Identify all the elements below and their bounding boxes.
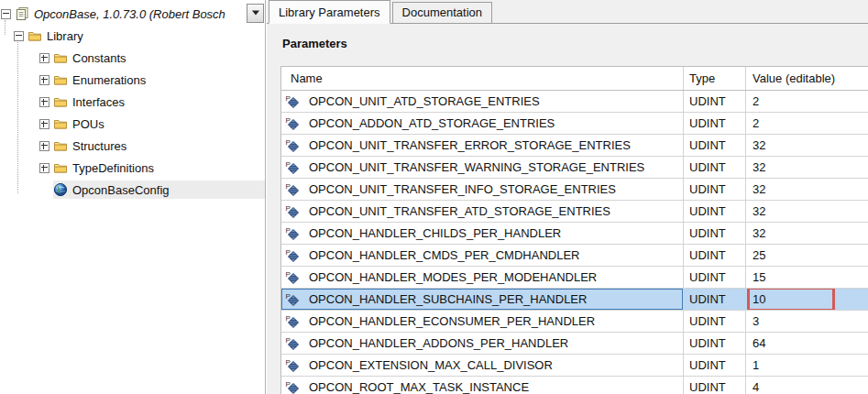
parameters-heading: Parameters bbox=[282, 37, 347, 50]
tab-documentation[interactable]: Documentation bbox=[392, 2, 492, 23]
tab-library-parameters[interactable]: Library Parameters bbox=[269, 0, 390, 24]
folder-icon bbox=[53, 160, 68, 175]
table-row[interactable]: POPCON_EXTENSION_MAX_CALL_DIVISORUDINT1 bbox=[281, 355, 868, 377]
param-name-cell[interactable]: POPCON_EXTENSION_MAX_CALL_DIVISOR bbox=[281, 355, 684, 376]
table-row[interactable]: POPCON_ROOT_MAX_TASK_INSTANCEUDINT4 bbox=[281, 377, 868, 394]
param-name-cell[interactable]: POPCON_UNIT_TRANSFER_ERROR_STORAGE_ENTRI… bbox=[281, 135, 684, 156]
table-row[interactable]: POPCON_HANDLER_ADDONS_PER_HANDLERUDINT64 bbox=[281, 333, 868, 355]
tree-item-label: Constants bbox=[72, 51, 126, 65]
table-row[interactable]: POPCON_HANDLER_CMDS_PER_CMDHANDLERUDINT2… bbox=[281, 245, 868, 267]
param-name-cell[interactable]: POPCON_UNIT_ATD_STORAGE_ENTRIES bbox=[281, 91, 684, 112]
expand-icon[interactable] bbox=[39, 141, 49, 151]
parameter-icon: P bbox=[285, 160, 300, 175]
table-row[interactable]: POPCON_HANDLER_MODES_PER_MODEHANDLERUDIN… bbox=[281, 267, 868, 289]
expand-icon[interactable] bbox=[39, 53, 49, 63]
param-value: 3 bbox=[753, 314, 759, 328]
param-name-cell[interactable]: POPCON_HANDLER_CHILDS_PER_HANDLER bbox=[281, 223, 684, 244]
table-row[interactable]: POPCON_ADDON_ATD_STORAGE_ENTRIESUDINT2 bbox=[281, 113, 868, 135]
tree-item-label: POUs bbox=[72, 117, 104, 131]
tree-item-constants[interactable]: Constants bbox=[0, 47, 265, 69]
param-name: OPCON_UNIT_TRANSFER_INFO_STORAGE_ENTRIES bbox=[309, 182, 616, 196]
param-value: 2 bbox=[753, 116, 759, 130]
param-value: 4 bbox=[753, 380, 759, 394]
param-value-cell[interactable]: 32 bbox=[746, 157, 868, 178]
param-name-cell[interactable]: POPCON_UNIT_TRANSFER_INFO_STORAGE_ENTRIE… bbox=[281, 179, 684, 200]
param-name: OPCON_HANDLER_MODES_PER_MODEHANDLER bbox=[309, 270, 597, 284]
param-value-cell[interactable]: 32 bbox=[746, 223, 868, 244]
tree-item-library[interactable]: Library bbox=[0, 25, 265, 47]
param-type-cell: UDINT bbox=[684, 245, 746, 266]
tree-item-label: Enumerations bbox=[72, 73, 146, 87]
param-name-cell[interactable]: POPCON_HANDLER_SUBCHAINS_PER_HANDLER bbox=[281, 289, 684, 310]
parameter-icon: P bbox=[285, 226, 300, 241]
param-value-cell[interactable]: 32 bbox=[746, 179, 868, 200]
globe-icon bbox=[53, 182, 68, 197]
tree-item-typedefinitions[interactable]: TypeDefinitions bbox=[0, 157, 265, 179]
param-type-cell: UDINT bbox=[684, 333, 746, 354]
param-value-cell[interactable]: 2 bbox=[746, 91, 868, 112]
param-name-cell[interactable]: POPCON_UNIT_TRANSFER_WARNING_STORAGE_ENT… bbox=[281, 157, 684, 178]
param-value-cell[interactable]: 10 bbox=[746, 289, 868, 310]
param-name-cell[interactable]: POPCON_HANDLER_ADDONS_PER_HANDLER bbox=[281, 333, 684, 354]
tree-item-interfaces[interactable]: Interfaces bbox=[0, 91, 265, 113]
param-type-cell: UDINT bbox=[684, 289, 746, 310]
param-name-cell[interactable]: POPCON_HANDLER_MODES_PER_MODEHANDLER bbox=[281, 267, 684, 288]
expand-icon[interactable] bbox=[39, 163, 49, 173]
param-type-cell: UDINT bbox=[684, 135, 746, 156]
tree-item-structures[interactable]: Structures bbox=[0, 135, 265, 157]
table-row[interactable]: POPCON_UNIT_TRANSFER_ERROR_STORAGE_ENTRI… bbox=[281, 135, 868, 157]
param-value-cell[interactable]: 2 bbox=[746, 113, 868, 134]
expand-icon[interactable] bbox=[39, 75, 49, 85]
param-value-cell[interactable]: 4 bbox=[746, 377, 868, 394]
table-row[interactable]: POPCON_UNIT_TRANSFER_WARNING_STORAGE_ENT… bbox=[281, 157, 868, 179]
param-type-cell: UDINT bbox=[684, 113, 746, 134]
table-body: POPCON_UNIT_ATD_STORAGE_ENTRIESUDINT2POP… bbox=[281, 91, 868, 394]
param-value-cell[interactable]: 3 bbox=[746, 311, 868, 332]
param-name: OPCON_HANDLER_CHILDS_PER_HANDLER bbox=[309, 226, 561, 240]
param-value: 32 bbox=[753, 160, 765, 174]
expand-icon[interactable] bbox=[39, 97, 49, 107]
collapse-icon[interactable] bbox=[14, 31, 24, 41]
param-name-cell[interactable]: POPCON_ROOT_MAX_TASK_INSTANCE bbox=[281, 377, 684, 394]
column-header-type[interactable]: Type bbox=[684, 67, 746, 90]
table-row[interactable]: POPCON_HANDLER_CHILDS_PER_HANDLERUDINT32 bbox=[281, 223, 868, 245]
tree-item-label: OpconBaseConfig bbox=[72, 183, 170, 197]
param-value: 25 bbox=[753, 248, 765, 262]
parameter-icon: P bbox=[285, 314, 300, 329]
param-value-cell[interactable]: 15 bbox=[746, 267, 868, 288]
parameters-table: NameTypeValue (editable) POPCON_UNIT_ATD… bbox=[280, 66, 868, 394]
table-row[interactable]: POPCON_HANDLER_ECONSUMER_PER_HANDLERUDIN… bbox=[281, 311, 868, 333]
parameter-icon: P bbox=[285, 138, 300, 153]
tree-item-label: OpconBase, 1.0.73.0 (Robert Bosch bbox=[34, 7, 225, 21]
table-row[interactable]: POPCON_UNIT_TRANSFER_INFO_STORAGE_ENTRIE… bbox=[281, 179, 868, 201]
param-value-cell[interactable]: 32 bbox=[746, 201, 868, 222]
column-header-name[interactable]: Name bbox=[281, 67, 684, 90]
tree-item-pous[interactable]: POUs bbox=[0, 113, 265, 135]
tree-item-enumerations[interactable]: Enumerations bbox=[0, 69, 265, 91]
param-name-cell[interactable]: POPCON_HANDLER_ECONSUMER_PER_HANDLER bbox=[281, 311, 684, 332]
annotation-highlight-box bbox=[747, 289, 835, 310]
tree-item-opconbaseconfig[interactable]: OpconBaseConfig bbox=[0, 179, 265, 201]
param-name: OPCON_ADDON_ATD_STORAGE_ENTRIES bbox=[309, 116, 555, 130]
param-type-cell: UDINT bbox=[684, 91, 746, 112]
param-value-cell[interactable]: 1 bbox=[746, 355, 868, 376]
param-value-cell[interactable]: 32 bbox=[746, 135, 868, 156]
param-value: 32 bbox=[753, 204, 765, 218]
tree-item-opconbase-root[interactable]: OpconBase, 1.0.73.0 (Robert Bosch bbox=[0, 3, 265, 25]
collapse-icon[interactable] bbox=[1, 9, 11, 19]
dropdown-arrow-icon bbox=[252, 9, 259, 17]
param-name-cell[interactable]: POPCON_UNIT_TRANSFER_ATD_STORAGE_ENTRIES bbox=[281, 201, 684, 222]
table-row[interactable]: POPCON_UNIT_TRANSFER_ATD_STORAGE_ENTRIES… bbox=[281, 201, 868, 223]
table-row[interactable]: POPCON_UNIT_ATD_STORAGE_ENTRIESUDINT2 bbox=[281, 91, 868, 113]
param-value: 1 bbox=[753, 358, 759, 372]
param-value-cell[interactable]: 64 bbox=[746, 333, 868, 354]
column-header-value[interactable]: Value (editable) bbox=[746, 67, 868, 90]
expand-icon[interactable] bbox=[39, 119, 49, 129]
param-name-cell[interactable]: POPCON_ADDON_ATD_STORAGE_ENTRIES bbox=[281, 113, 684, 134]
library-version-dropdown-button[interactable] bbox=[247, 4, 264, 23]
param-value-cell[interactable]: 25 bbox=[746, 245, 868, 266]
param-name: OPCON_UNIT_ATD_STORAGE_ENTRIES bbox=[309, 94, 540, 108]
param-name-cell[interactable]: POPCON_HANDLER_CMDS_PER_CMDHANDLER bbox=[281, 245, 684, 266]
table-row[interactable]: POPCON_HANDLER_SUBCHAINS_PER_HANDLERUDIN… bbox=[281, 289, 868, 311]
param-name: OPCON_ROOT_MAX_TASK_INSTANCE bbox=[309, 380, 529, 394]
